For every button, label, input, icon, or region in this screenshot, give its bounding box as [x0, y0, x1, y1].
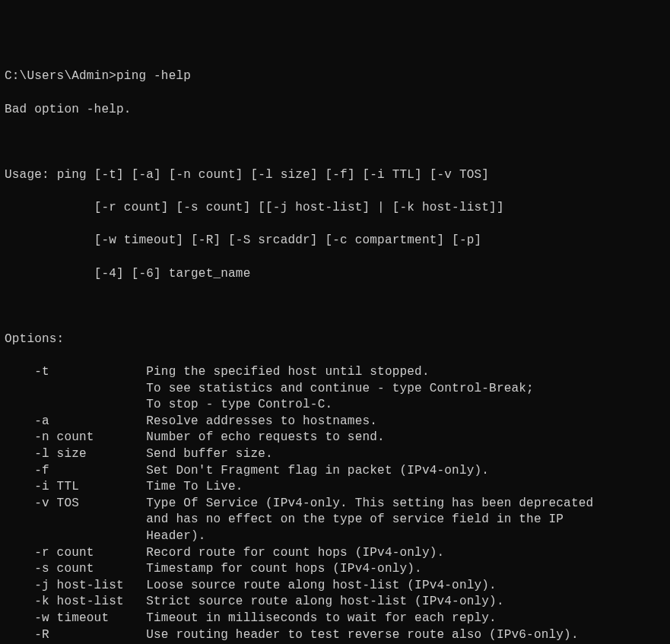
prompt: C:\Users\Admin> — [5, 69, 116, 83]
option-line: -s count Timestamp for count hops (IPv4-… — [5, 561, 665, 578]
option-continuation: To stop - type Control-C. — [5, 397, 665, 414]
option-line: -t Ping the specified host until stopped… — [5, 364, 665, 381]
option-line: -f Set Don't Fragment flag in packet (IP… — [5, 463, 665, 480]
usage-line-1: [-r count] [-s count] [[-j host-list] | … — [5, 200, 665, 217]
option-continuation: and has no effect on the type of service… — [5, 512, 665, 528]
option-continuation: To see statistics and continue - type Co… — [5, 381, 665, 398]
error-line: Bad option -help. — [5, 102, 665, 119]
option-line: -a Resolve addresses to hostnames. — [5, 414, 665, 430]
option-line: -k host-list Strict source route along h… — [5, 594, 665, 611]
typed-command: ping -help — [116, 69, 191, 83]
options-list: -t Ping the specified host until stopped… — [5, 364, 665, 644]
option-continuation: Header). — [5, 528, 665, 545]
command-line: C:\Users\Admin>ping -help — [5, 68, 665, 85]
usage-line-2: [-w timeout] [-R] [-S srcaddr] [-c compa… — [5, 233, 665, 249]
option-line: -R Use routing header to test reverse ro… — [5, 627, 665, 644]
usage-line-0: Usage: ping [-t] [-a] [-n count] [-l siz… — [5, 167, 665, 184]
option-line: -n count Number of echo requests to send… — [5, 430, 665, 446]
options-label: Options: — [5, 332, 665, 348]
option-line: -r count Record route for count hops (IP… — [5, 545, 665, 562]
blank — [5, 135, 665, 151]
option-line: -v TOS Type Of Service (IPv4-only. This … — [5, 496, 665, 512]
blank — [5, 299, 665, 316]
usage-line-3: [-4] [-6] target_name — [5, 266, 665, 283]
option-line: -j host-list Loose source route along ho… — [5, 578, 665, 595]
option-line: -w timeout Timeout in milliseconds to wa… — [5, 611, 665, 627]
option-line: -i TTL Time To Live. — [5, 479, 665, 496]
option-line: -l size Send buffer size. — [5, 446, 665, 463]
